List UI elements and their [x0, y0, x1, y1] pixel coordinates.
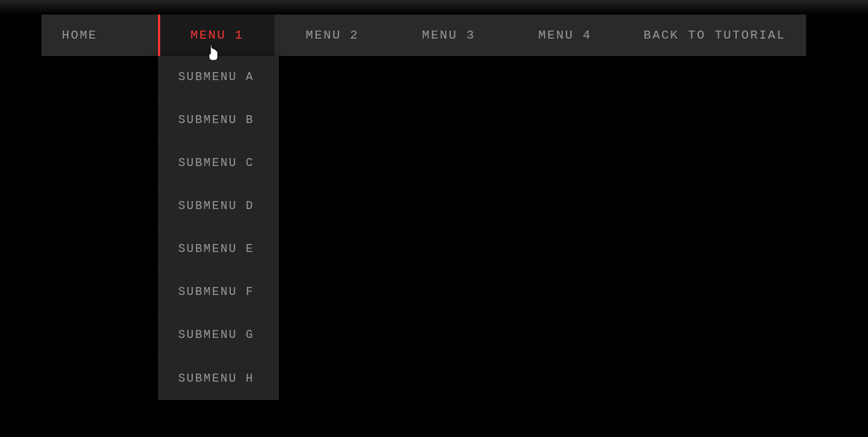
- submenu-item[interactable]: SUBMENU D: [158, 185, 279, 228]
- submenu-item[interactable]: SUBMENU G: [158, 314, 279, 357]
- submenu-item[interactable]: SUBMENU E: [158, 228, 279, 271]
- nav-menu-2[interactable]: MENU 2: [275, 15, 391, 56]
- submenu-item[interactable]: SUBMENU C: [158, 142, 279, 185]
- dropdown-menu-1: SUBMENU A SUBMENU B SUBMENU C SUBMENU D …: [158, 56, 279, 400]
- nav-menu-4-label: MENU 4: [538, 28, 591, 42]
- nav-home-label: HOME: [62, 28, 98, 42]
- submenu-item[interactable]: SUBMENU H: [158, 357, 279, 400]
- nav-menu-4[interactable]: MENU 4: [507, 15, 623, 56]
- nav-menu-1-label: MENU 1: [191, 28, 244, 42]
- nav-back-tutorial[interactable]: BACK TO TUTORIAL: [623, 15, 806, 56]
- submenu-label: SUBMENU F: [178, 286, 254, 299]
- submenu-item[interactable]: SUBMENU B: [158, 99, 279, 142]
- nav-menu-2-label: MENU 2: [306, 28, 359, 42]
- submenu-item[interactable]: SUBMENU A: [158, 56, 279, 99]
- submenu-label: SUBMENU H: [178, 372, 254, 385]
- nav-menu-1[interactable]: MENU 1 SUBMENU A SUBMENU B SUBMENU C SUB…: [158, 15, 275, 56]
- submenu-label: SUBMENU E: [178, 243, 254, 256]
- nav-menu-3[interactable]: MENU 3: [390, 15, 507, 56]
- main-navbar: HOME MENU 1 SUBMENU A SUBMENU B SUBMENU …: [42, 15, 806, 56]
- nav-back-label: BACK TO TUTORIAL: [644, 28, 786, 42]
- submenu-label: SUBMENU A: [178, 71, 254, 84]
- submenu-label: SUBMENU C: [178, 157, 254, 170]
- nav-menu-3-label: MENU 3: [422, 28, 476, 42]
- submenu-label: SUBMENU D: [178, 200, 254, 213]
- submenu-label: SUBMENU B: [178, 114, 254, 127]
- submenu-item[interactable]: SUBMENU F: [158, 271, 279, 314]
- submenu-label: SUBMENU G: [178, 328, 254, 342]
- nav-home[interactable]: HOME: [42, 15, 158, 56]
